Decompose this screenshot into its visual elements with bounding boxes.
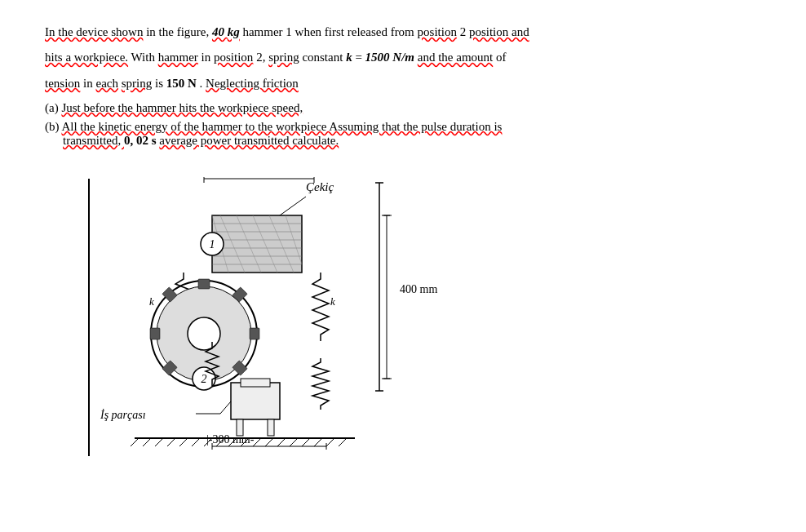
svg-text:2: 2 — [202, 373, 207, 385]
text-position2: position — [418, 25, 457, 38]
text-tension: tension — [45, 77, 80, 90]
svg-line-65 — [290, 438, 298, 446]
svg-point-23 — [188, 317, 220, 350]
text-neglecting: Neglecting friction — [206, 77, 299, 90]
text-part-b-line2: transmitted, — [63, 134, 124, 147]
problem-text: In the device shown in the figure, 40 kg… — [45, 23, 761, 93]
svg-rect-35 — [241, 379, 270, 387]
svg-text:k: k — [330, 295, 335, 308]
dim-400: 400 mm — [400, 283, 437, 296]
svg-rect-26 — [150, 328, 160, 339]
text-hits: hits a workpiece. — [45, 51, 128, 64]
problem-line2: hits a workpiece. With hammer in positio… — [45, 48, 761, 67]
svg-line-57 — [192, 438, 200, 446]
text-150n: 150 N — [166, 77, 197, 90]
right-spring — [312, 273, 329, 341]
svg-line-66 — [302, 438, 310, 446]
svg-line-56 — [179, 438, 188, 446]
text-device-shown: In the device shown — [45, 25, 143, 38]
text-hammer: hammer — [158, 51, 198, 64]
text-mass: 40 kg — [212, 25, 240, 38]
problem-container: In the device shown in the figure, 40 kg… — [45, 23, 761, 456]
text-k-value: 1500 N/m — [365, 51, 414, 64]
text-k-var: k — [346, 51, 352, 64]
svg-rect-24 — [198, 279, 210, 289]
text-and-the-amount: and the amount — [418, 51, 493, 64]
svg-line-69 — [339, 438, 347, 446]
text-spring: spring — [268, 51, 299, 64]
svg-rect-27 — [250, 328, 259, 339]
problem-line3: tension in each spring is 150 N . Neglec… — [45, 74, 761, 93]
figure-area: 1 k k — [86, 162, 761, 456]
text-spring2: spring — [122, 77, 153, 90]
svg-text:1: 1 — [210, 238, 215, 250]
is-parcasi-label: İş parçası — [100, 409, 146, 422]
text-part-a-content: Just before the hammer hits the workpiec… — [61, 101, 303, 114]
svg-line-62 — [253, 438, 261, 446]
part-b: (b) All the kinetic energy of the hammer… — [45, 120, 761, 148]
svg-line-68 — [326, 438, 334, 446]
svg-rect-37 — [268, 419, 274, 436]
svg-line-55 — [167, 438, 175, 446]
svg-line-63 — [265, 438, 273, 446]
text-part-b-line1: All the kinetic energy of the hammer to … — [61, 120, 502, 133]
svg-line-67 — [314, 438, 322, 446]
dim-300: |-300 mm- — [206, 433, 254, 446]
svg-line-50 — [220, 401, 231, 414]
svg-text:k: k — [149, 295, 154, 308]
svg-line-64 — [277, 438, 286, 446]
text-part-b-end: average power transmitted calculate. — [159, 134, 339, 147]
svg-line-54 — [155, 438, 163, 446]
figure-container: 1 k k — [86, 162, 461, 456]
bottom-right-spring — [312, 358, 329, 410]
part-a: (a) Just before the hammer hits the work… — [45, 101, 761, 115]
text-each: each — [96, 77, 118, 90]
text-position-and: position and — [469, 25, 529, 38]
svg-line-53 — [143, 438, 151, 446]
text-pos2: position — [214, 51, 253, 64]
svg-rect-34 — [231, 383, 280, 419]
svg-line-52 — [131, 438, 139, 446]
cekic-label: Çekiç — [306, 180, 334, 194]
text-002s: 0, 02 s — [124, 134, 157, 147]
problem-line1: In the device shown in the figure, 40 kg… — [45, 23, 761, 42]
